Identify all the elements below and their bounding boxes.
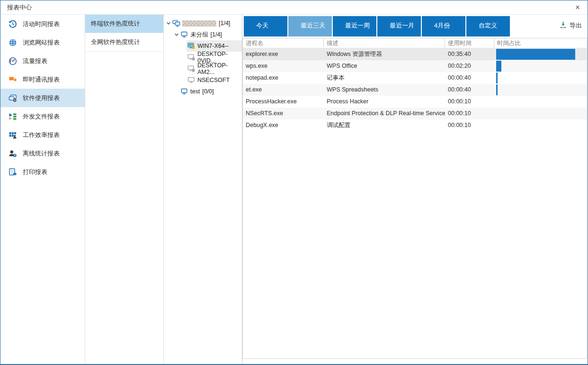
- table-row-explorer.exe[interactable]: explorer.exeWindows 资源管理器00:35:40: [243, 48, 587, 60]
- process-name-cell: explorer.exe: [243, 48, 324, 60]
- table-row-NSecRTS.exe[interactable]: NSecRTS.exeEndpoint Protection & DLP Rea…: [243, 108, 587, 119]
- tab-label: 今天: [256, 22, 268, 29]
- main-pane: 今天最近三天最近一周最近一月4月份自定义 导出 进程名描述使用时间时间占比 ex…: [242, 15, 588, 364]
- usage-time-cell: 00:00:10: [445, 108, 494, 119]
- tree-node-未分组[interactable]: 未分组[1/4]: [164, 29, 242, 40]
- report-type-item-1[interactable]: 终端软件热度统计: [85, 15, 163, 33]
- time-filter-tab-3[interactable]: 最近一周: [333, 16, 376, 36]
- title-bar: 报表中心 ×: [0, 0, 588, 15]
- tree-node-label: WIN7-X64--: [197, 43, 229, 49]
- sidebar-item-label: 离线统计报表: [23, 149, 60, 158]
- chevron-down-icon[interactable]: [165, 20, 171, 26]
- blurred-root-label: [182, 20, 216, 27]
- usage-time-cell: 00:00:10: [445, 96, 494, 108]
- sidebar-item-label: 活动时间报表: [23, 20, 60, 28]
- chat-icon: [9, 75, 17, 84]
- sidebar-item-4[interactable]: 即时通讯报表: [0, 70, 85, 89]
- description-cell: 调试配置: [324, 119, 445, 131]
- sidebar-item-8[interactable]: 离线统计报表: [0, 144, 85, 163]
- time-filter-bar: 今天最近三天最近一周最近一月4月份自定义 导出: [242, 15, 588, 38]
- time-ratio-bar: [496, 73, 498, 83]
- tree-node-NSECSOFT[interactable]: NSECSOFT: [164, 74, 242, 86]
- group-monitor-icon: [180, 88, 188, 96]
- table-row-et.exe[interactable]: et.exeWPS Spreadsheets00:00:40: [243, 84, 587, 96]
- globe-icon: [9, 38, 17, 47]
- report-category-sidebar: 活动时间报表浏览网站报表流量报表即时通讯报表软件使用报表外发文件报表工作效率报表…: [0, 15, 85, 364]
- group-monitor-icon: [180, 31, 188, 39]
- tree-node-test[interactable]: test[0/0]: [164, 86, 242, 97]
- process-name-cell: notepad.exe: [243, 72, 324, 84]
- sidebar-item-3[interactable]: 流量报表: [0, 52, 85, 70]
- sidebar-item-2[interactable]: 浏览网站报表: [0, 33, 85, 52]
- time-filter-tab-2[interactable]: 最近三天: [288, 16, 332, 36]
- window-title: 报表中心: [7, 3, 32, 12]
- process-name-cell: wps.exe: [243, 60, 324, 72]
- description-cell: Endpoint Protection & DLP Real-time Serv…: [324, 108, 445, 119]
- efficiency-icon: [9, 131, 17, 139]
- software-usage-icon: [9, 94, 17, 102]
- sidebar-item-1[interactable]: 活动时间报表: [0, 15, 85, 33]
- outgoing-file-icon: [9, 112, 17, 121]
- offline-stats-icon: [9, 149, 17, 158]
- download-icon: [559, 21, 567, 30]
- description-cell: WPS Spreadsheets: [324, 84, 445, 96]
- sidebar-item-label: 软件使用报表: [23, 94, 60, 102]
- usage-time-cell: 00:35:40: [445, 48, 494, 60]
- usage-time-cell: 00:00:40: [445, 84, 494, 96]
- sidebar-item-label: 外发文件报表: [23, 112, 60, 121]
- gauge-icon: [9, 57, 17, 65]
- table-header: 进程名描述使用时间时间占比: [243, 38, 587, 48]
- tree-node-DESKTOP-0VID...[interactable]: DESKTOP-0VID...: [164, 52, 242, 63]
- table-row-wps.exe[interactable]: wps.exeWPS Office00:02:20: [243, 60, 587, 72]
- table-row-notepad.exe[interactable]: notepad.exe记事本00:00:40: [243, 72, 587, 84]
- pc-online-locked-icon: [187, 42, 196, 50]
- sidebar-item-label: 工作效率报表: [23, 131, 60, 139]
- export-button[interactable]: 导出: [559, 21, 582, 30]
- usage-time-cell: 00:02:20: [445, 60, 494, 72]
- table-row-ProcessHacker.exe[interactable]: ProcessHacker.exeProcess Hacker00:00:10: [243, 96, 587, 108]
- process-name-cell: NSecRTS.exe: [243, 108, 324, 119]
- time-ratio-bar: [496, 61, 501, 72]
- chevron-down-icon[interactable]: [173, 32, 179, 37]
- table-row-DebugX.exe[interactable]: DebugX.exe调试配置00:00:10: [243, 119, 587, 131]
- close-icon[interactable]: ×: [568, 0, 588, 14]
- process-name-cell: et.exe: [243, 84, 324, 96]
- report-type-item-2[interactable]: 全网软件热度统计: [85, 33, 163, 52]
- report-center-window: 报表中心 × 活动时间报表浏览网站报表流量报表即时通讯报表软件使用报表外发文件报…: [0, 0, 588, 365]
- description-cell: 记事本: [324, 72, 445, 84]
- sidebar-item-label: 即时通讯报表: [23, 75, 60, 84]
- tree-node-count: [1/4]: [211, 31, 222, 38]
- sidebar-item-9[interactable]: 打印报表: [0, 163, 85, 181]
- window-body: 活动时间报表浏览网站报表流量报表即时通讯报表软件使用报表外发文件报表工作效率报表…: [0, 15, 588, 364]
- history-icon: [9, 20, 17, 28]
- tree-node-label: 未分组: [190, 31, 208, 39]
- sidebar-item-7[interactable]: 工作效率报表: [0, 126, 85, 144]
- sidebar-item-5[interactable]: 软件使用报表: [0, 89, 85, 107]
- tree-node-WIN7-X64--[interactable]: WIN7-X64--: [164, 40, 242, 52]
- column-header-3[interactable]: 使用时间: [445, 38, 494, 48]
- column-header-2[interactable]: 描述: [324, 38, 445, 48]
- tree-node-root[interactable]: [1/4]: [164, 18, 242, 29]
- time-filter-tab-4[interactable]: 最近一月: [377, 16, 421, 36]
- tree-node-label: DESKTOP-AM2...: [197, 62, 242, 75]
- tab-label: 自定义: [479, 22, 497, 29]
- time-filter-tab-5[interactable]: 4月份: [422, 16, 465, 36]
- device-tree: [1/4]未分组[1/4]WIN7-X64--DESKTOP-0VID...DE…: [164, 15, 242, 364]
- sidebar-item-6[interactable]: 外发文件报表: [0, 107, 85, 126]
- report-type-list: 终端软件热度统计全网软件热度统计: [85, 15, 164, 364]
- chevron-spacer: [173, 89, 179, 94]
- description-cell: Windows 资源管理器: [324, 48, 445, 60]
- time-filter-tab-1[interactable]: 今天: [244, 16, 287, 36]
- pc-offline-locked-icon: [187, 65, 196, 73]
- process-name-cell: DebugX.exe: [243, 119, 324, 131]
- usage-time-cell: 00:00:10: [445, 119, 494, 131]
- report-type-label: 终端软件热度统计: [91, 19, 140, 28]
- tree-node-DESKTOP-AM2...[interactable]: DESKTOP-AM2...: [164, 63, 242, 74]
- sidebar-item-label: 浏览网站报表: [23, 38, 60, 47]
- tree-node-count: [0/0]: [202, 88, 214, 95]
- time-filter-tab-6[interactable]: 自定义: [466, 16, 510, 36]
- time-ratio-cell: [494, 108, 587, 119]
- tab-label: 4月份: [434, 22, 450, 29]
- column-header-4[interactable]: 时间占比: [494, 38, 587, 48]
- column-header-1[interactable]: 进程名: [243, 38, 324, 48]
